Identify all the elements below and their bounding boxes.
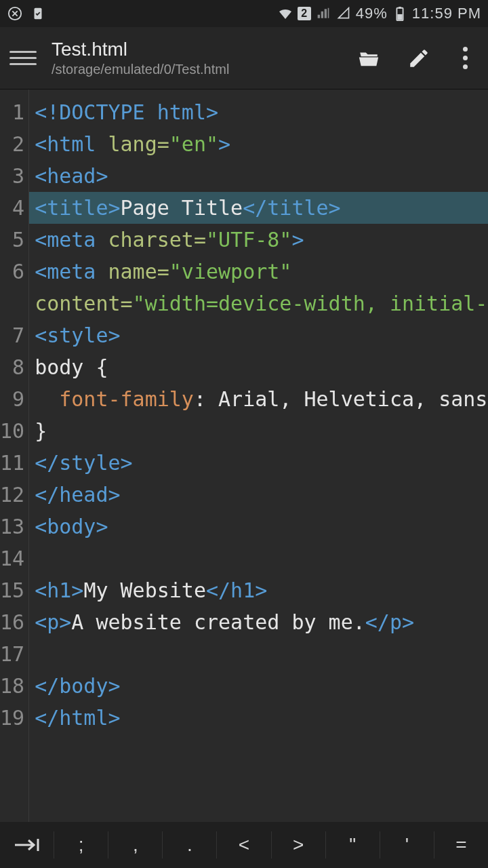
line-number: 12	[0, 479, 24, 511]
line-number: 18	[0, 670, 24, 702]
app-notification-icon	[7, 5, 23, 22]
line-number: 14	[0, 542, 24, 574]
signal-icon-2	[336, 5, 352, 22]
symbol-key[interactable]: ,	[108, 831, 163, 859]
app-toolbar: Test.html /storage/emulated/0/Test.html	[0, 27, 488, 90]
code-line[interactable]: </head>	[35, 479, 488, 511]
code-line[interactable]: }	[35, 415, 488, 447]
battery-icon	[392, 5, 408, 22]
tab-key[interactable]	[0, 831, 54, 859]
line-number: 5	[0, 224, 24, 256]
symbol-key[interactable]: ;	[54, 831, 108, 859]
code-line[interactable]: </style>	[35, 447, 488, 479]
code-line[interactable]: <!DOCTYPE html>	[35, 96, 488, 128]
code-line[interactable]: content="width=device-width, initial-sca…	[35, 288, 488, 319]
symbol-key[interactable]: <	[217, 831, 271, 859]
line-number: 9	[0, 383, 24, 415]
line-number	[0, 288, 24, 319]
line-number: 17	[0, 638, 24, 670]
code-line[interactable]: <p>A website created by me.</p>	[35, 606, 488, 638]
line-number: 16	[0, 606, 24, 638]
code-content[interactable]: <!DOCTYPE html><html lang="en"><head><ti…	[29, 90, 488, 822]
line-number: 7	[0, 319, 24, 351]
svg-rect-3	[399, 7, 401, 9]
code-line[interactable]: font-family: Arial, Helvetica, sans-seri…	[35, 383, 488, 415]
code-line[interactable]: <title>Page Title</title>	[29, 192, 488, 224]
overflow-menu-button[interactable]	[451, 47, 479, 69]
battery-percentage: 49%	[356, 5, 388, 22]
edit-button[interactable]	[401, 41, 436, 76]
code-line[interactable]: <h1>My Website</h1>	[35, 574, 488, 606]
svg-rect-4	[397, 14, 402, 20]
file-path: /storage/emulated/0/Test.html	[52, 62, 336, 77]
code-line[interactable]: <meta name="viewport"	[35, 256, 488, 288]
signal-icon-1	[315, 5, 331, 22]
clipboard-check-icon	[30, 5, 46, 22]
line-number: 13	[0, 511, 24, 542]
code-line[interactable]: <body>	[35, 511, 488, 542]
line-number: 15	[0, 574, 24, 606]
code-line[interactable]	[35, 638, 488, 670]
code-line[interactable]	[35, 542, 488, 574]
status-clock: 11:59 PM	[412, 5, 481, 22]
line-number: 19	[0, 702, 24, 734]
code-line[interactable]: </html>	[35, 702, 488, 734]
line-number: 11	[0, 447, 24, 479]
line-number: 3	[0, 160, 24, 192]
code-line[interactable]: <head>	[35, 160, 488, 192]
line-number: 2	[0, 128, 24, 160]
open-folder-button[interactable]	[351, 41, 386, 76]
line-number: 1	[0, 96, 24, 128]
wifi-icon	[277, 5, 293, 22]
symbol-keyboard-row: ;,.<>"'=	[0, 822, 488, 868]
line-number: 8	[0, 351, 24, 383]
symbol-key[interactable]: '	[380, 831, 434, 859]
android-status-bar: 2 49% 11:59 PM	[0, 0, 488, 27]
symbol-key[interactable]: "	[326, 831, 380, 859]
code-line[interactable]: <style>	[35, 319, 488, 351]
line-number: 6	[0, 256, 24, 288]
code-line[interactable]: <meta charset="UTF-8">	[35, 224, 488, 256]
symbol-key[interactable]: .	[163, 831, 217, 859]
symbol-key[interactable]: >	[272, 831, 326, 859]
file-title-block[interactable]: Test.html /storage/emulated/0/Test.html	[52, 39, 336, 77]
line-number: 10	[0, 415, 24, 447]
code-line[interactable]: <html lang="en">	[35, 128, 488, 160]
line-number: 4	[0, 192, 24, 224]
menu-button[interactable]	[9, 51, 37, 65]
file-name: Test.html	[52, 39, 336, 60]
sim-badge: 2	[298, 7, 311, 20]
code-line[interactable]: </body>	[35, 670, 488, 702]
symbol-key[interactable]: =	[434, 831, 488, 859]
code-editor[interactable]: 12345678910111213141516171819 <!DOCTYPE …	[0, 90, 488, 822]
code-line[interactable]: body {	[35, 351, 488, 383]
line-number-gutter: 12345678910111213141516171819	[0, 90, 29, 822]
